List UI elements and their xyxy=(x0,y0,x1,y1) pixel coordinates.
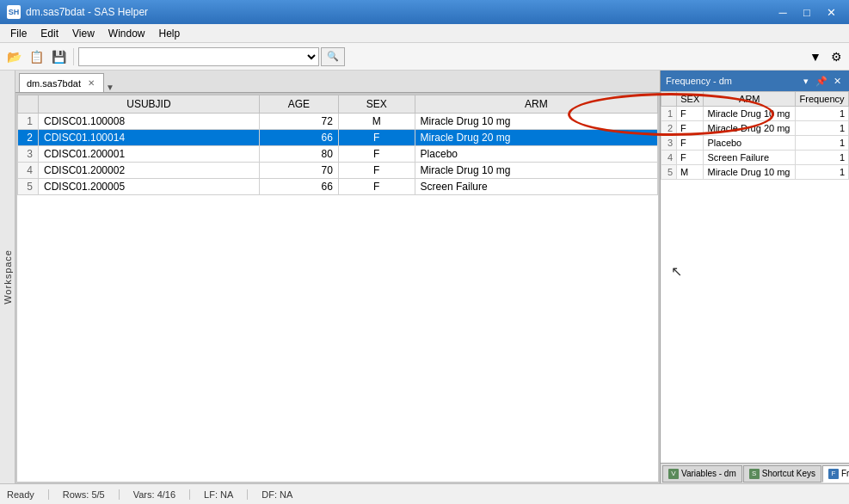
freq-table-row[interactable]: 4 F Screen Failure 1 xyxy=(661,151,849,165)
menu-window[interactable]: Window xyxy=(102,24,152,42)
tab-arrow[interactable]: ▼ xyxy=(106,83,114,92)
toolbar-open-btn[interactable]: 📂 xyxy=(3,46,24,67)
freq-row-num: 3 xyxy=(661,136,677,151)
right-panel-bottom-tabs: V Variables - dm S Shortcut Keys F Frequ… xyxy=(661,463,849,483)
cell-age: 66 xyxy=(259,179,338,195)
panel-collapse-btn[interactable]: ▾ xyxy=(799,74,813,88)
toolbar-copy-btn[interactable]: 📋 xyxy=(26,46,46,67)
cell-arm: Miracle Drug 10 mg xyxy=(415,163,657,179)
row-num: 3 xyxy=(18,146,39,163)
row-num: 2 xyxy=(18,130,39,146)
freq-col-sex[interactable]: SEX xyxy=(677,92,704,107)
col-arm[interactable]: ARM xyxy=(415,95,657,114)
workspace-label: Workspace xyxy=(3,249,13,304)
col-rownum xyxy=(18,95,39,114)
cell-sex: M xyxy=(338,114,415,130)
panel-close-btn[interactable]: ✕ xyxy=(830,74,844,88)
cell-age: 80 xyxy=(259,146,338,163)
freq-cell-sex: F xyxy=(677,136,704,151)
freq-table-row[interactable]: 5 M Miracle Drug 10 mg 1 xyxy=(661,165,849,180)
cell-age: 70 xyxy=(259,163,338,179)
row-num: 1 xyxy=(18,114,39,130)
freq-row-num: 5 xyxy=(661,165,677,180)
cell-arm: Miracle Drug 10 mg xyxy=(415,114,657,130)
cell-usubjid: CDISC01.200001 xyxy=(39,146,260,163)
frequency-tab-label: Frequency - dm xyxy=(841,469,849,478)
menu-file[interactable]: File xyxy=(3,24,34,42)
right-panel-controls: ▾ 📌 ✕ xyxy=(799,74,844,88)
toolbar-filter2-btn[interactable]: ⚙ xyxy=(827,47,846,66)
status-lf: LF: NA xyxy=(204,489,248,500)
toolbar-save-btn[interactable]: 💾 xyxy=(48,46,69,67)
main-area: Workspace dm.sas7bdat ✕ ▼ USUBJID xyxy=(0,71,849,483)
table-row[interactable]: 1 CDISC01.100008 72 M Miracle Drug 10 mg xyxy=(18,114,658,130)
tab-label: dm.sas7bdat xyxy=(27,78,81,89)
panel-pin-btn[interactable]: 📌 xyxy=(815,74,828,88)
freq-cell-freq: 1 xyxy=(796,107,849,121)
right-panel-content: SEX ARM Frequency 1 F Miracle Drug 10 mg… xyxy=(661,91,849,463)
tab-close-btn[interactable]: ✕ xyxy=(86,77,96,89)
tab-bar: dm.sas7bdat ✕ ▼ xyxy=(15,71,660,93)
right-panel-header: Frequency - dm ▾ 📌 ✕ xyxy=(661,71,849,91)
bottom-tab-shortcut[interactable]: S Shortcut Keys xyxy=(743,465,821,482)
menu-help[interactable]: Help xyxy=(152,24,188,42)
bottom-tab-frequency[interactable]: F Frequency - dm xyxy=(822,465,849,482)
right-panel-title: Frequency - dm xyxy=(666,76,732,86)
freq-cell-sex: M xyxy=(677,165,704,180)
menu-edit[interactable]: Edit xyxy=(34,24,65,42)
freq-table-row[interactable]: 3 F Placebo 1 xyxy=(661,136,849,151)
table-row[interactable]: 5 CDISC01.200005 66 F Screen Failure xyxy=(18,179,658,195)
freq-row-num: 2 xyxy=(661,121,677,136)
table-row[interactable]: 3 CDISC01.200001 80 F Placebo xyxy=(18,146,658,163)
status-df: DF: NA xyxy=(261,489,306,500)
data-container[interactable]: USUBJID AGE SEX ARM 1 CDISC01.100008 72 … xyxy=(17,95,658,482)
status-ready: Ready xyxy=(7,489,49,500)
col-usubjid[interactable]: USUBJID xyxy=(39,95,260,114)
freq-col-rownum xyxy=(661,92,677,107)
freq-col-freq[interactable]: Frequency xyxy=(796,92,849,107)
table-row[interactable]: 2 CDISC01.100014 66 F Miracle Drug 20 mg xyxy=(18,130,658,146)
cell-arm: Miracle Drug 20 mg xyxy=(415,130,657,146)
frequency-icon: F xyxy=(828,469,839,479)
menu-view[interactable]: View xyxy=(65,24,102,42)
maximize-button[interactable]: □ xyxy=(796,3,818,21)
close-button[interactable]: ✕ xyxy=(820,3,842,21)
title-bar-controls: ─ □ ✕ xyxy=(772,3,842,21)
toolbar-search-btn[interactable]: 🔍 xyxy=(321,47,345,66)
toolbar-separator-1 xyxy=(73,48,74,65)
freq-cell-arm: Screen Failure xyxy=(704,151,796,165)
cell-sex: F xyxy=(338,146,415,163)
table-row[interactable]: 4 CDISC01.200002 70 F Miracle Drug 10 mg xyxy=(18,163,658,179)
cell-usubjid: CDISC01.100008 xyxy=(39,114,260,130)
doc-area: dm.sas7bdat ✕ ▼ USUBJID AGE SEX ARM xyxy=(15,71,660,483)
col-sex[interactable]: SEX xyxy=(338,95,415,114)
right-panel: Frequency - dm ▾ 📌 ✕ SEX ARM Frequency xyxy=(660,71,849,483)
menu-bar: File Edit View Window Help xyxy=(0,24,849,43)
shortcut-tab-label: Shortcut Keys xyxy=(762,469,815,478)
freq-cell-arm: Miracle Drug 10 mg xyxy=(704,165,796,180)
shortcut-icon: S xyxy=(749,469,760,479)
freq-cell-sex: F xyxy=(677,121,704,136)
minimize-button[interactable]: ─ xyxy=(772,3,794,21)
doc-tab[interactable]: dm.sas7bdat ✕ xyxy=(19,73,104,92)
toolbar: 📂 📋 💾 🔍 ▼ ⚙ xyxy=(0,43,849,71)
workspace-panel: Workspace xyxy=(0,71,15,483)
freq-row-num: 4 xyxy=(661,151,677,165)
freq-cell-freq: 1 xyxy=(796,151,849,165)
freq-cell-sex: F xyxy=(677,107,704,121)
toolbar-combo[interactable] xyxy=(78,47,319,66)
freq-col-arm[interactable]: ARM xyxy=(704,92,796,107)
freq-row-num: 1 xyxy=(661,107,677,121)
freq-table-row[interactable]: 2 F Miracle Drug 20 mg 1 xyxy=(661,121,849,136)
cell-sex: F xyxy=(338,163,415,179)
col-age[interactable]: AGE xyxy=(259,95,338,114)
freq-cell-arm: Miracle Drug 20 mg xyxy=(704,121,796,136)
cell-usubjid: CDISC01.200002 xyxy=(39,163,260,179)
bottom-tab-variables[interactable]: V Variables - dm xyxy=(662,465,742,482)
cell-arm: Screen Failure xyxy=(415,179,657,195)
toolbar-filter-btn[interactable]: ▼ xyxy=(806,47,825,66)
status-bar: Ready Rows: 5/5 Vars: 4/16 LF: NA DF: NA xyxy=(0,483,849,504)
cell-arm: Placebo xyxy=(415,146,657,163)
freq-table-row[interactable]: 1 F Miracle Drug 10 mg 1 xyxy=(661,107,849,121)
main-data-table: USUBJID AGE SEX ARM 1 CDISC01.100008 72 … xyxy=(17,95,658,195)
